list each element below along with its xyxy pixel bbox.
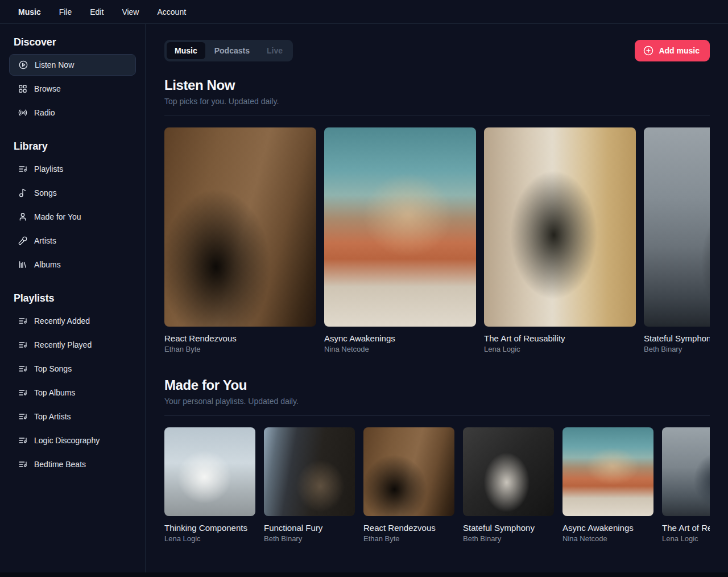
section-made-for-you: Made for You Your personal playlists. Up… [164,377,710,543]
made-for-you-row: Thinking Components Lena Logic Functiona… [164,427,710,543]
album-art[interactable] [644,127,710,327]
play-circle-icon [19,60,28,69]
sidebar-item-label: Logic Discography [34,436,100,445]
list-music-icon [18,412,27,421]
list-music-icon [18,164,27,174]
playlist-card-thinking-components[interactable]: Thinking Components Lena Logic [164,427,255,543]
playlist-card-stateful-symphony[interactable]: Stateful Symphony Beth Binary [463,427,554,543]
album-title: Async Awakenings [324,333,476,343]
sidebar-item-bedtime-beats[interactable]: Bedtime Beats [9,454,136,475]
playlist-art[interactable] [662,427,710,516]
sidebar-item-label: Artists [34,236,56,245]
album-card-async-awakenings[interactable]: Async Awakenings Nina Netcode [324,127,476,353]
sidebar-section-title: Library [9,141,136,153]
app-shell: Discover Listen Now Browse Radio [0,24,728,576]
sidebar-item-playlists[interactable]: Playlists [9,158,136,180]
sidebar-section-playlists: Playlists Recently Added Recently Played… [9,292,136,475]
list-music-icon [18,388,27,397]
sidebar-item-label: Listen Now [35,60,74,69]
playlist-card-art-of-reusability[interactable]: The Art of Reusability Lena Logic [662,427,710,543]
list-music-icon [18,436,27,445]
playlist-title: React Rendezvous [363,523,454,533]
listen-now-row: React Rendezvous Ethan Byte Async Awaken… [164,127,710,353]
section-title: Made for You [164,377,710,393]
sidebar-section-title: Playlists [9,292,136,304]
sidebar-item-label: Top Songs [34,364,72,373]
section-subtitle: Your personal playlists. Updated daily. [164,397,710,406]
sidebar-item-top-albums[interactable]: Top Albums [9,382,136,403]
playlist-art[interactable] [264,427,355,516]
playlist-card-async-awakenings[interactable]: Async Awakenings Nina Netcode [562,427,653,543]
sidebar-item-top-songs[interactable]: Top Songs [9,358,136,380]
playlist-card-react-rendezvous[interactable]: React Rendezvous Ethan Byte [363,427,454,543]
radio-icon [18,108,27,117]
menu-music[interactable]: Music [9,3,50,21]
list-music-icon [18,460,27,469]
playlist-title: The Art of Reusability [662,523,710,533]
sidebar-item-label: Albums [34,260,61,269]
tab-music[interactable]: Music [167,42,205,59]
section-listen-now: Listen Now Top picks for you. Updated da… [164,77,710,353]
playlist-art[interactable] [164,427,255,516]
menu-account[interactable]: Account [148,3,195,21]
add-music-button[interactable]: Add music [635,40,710,61]
sidebar-item-recently-played[interactable]: Recently Played [9,334,136,356]
tab-podcasts[interactable]: Podcasts [206,42,258,59]
sidebar-item-recently-added[interactable]: Recently Added [9,310,136,332]
tab-live: Live [259,42,291,59]
album-art[interactable] [164,127,316,327]
user-icon [18,212,27,221]
playlist-card-functional-fury[interactable]: Functional Fury Beth Binary [264,427,355,543]
mic-icon [18,236,27,245]
playlist-artist: Nina Netcode [562,534,653,543]
content-tabs: Music Podcasts Live [164,40,293,61]
sidebar-item-label: Made for You [34,212,81,221]
playlist-artist: Beth Binary [463,534,554,543]
menu-view[interactable]: View [113,3,148,21]
sidebar-item-logic-discography[interactable]: Logic Discography [9,430,136,451]
album-art[interactable] [324,127,476,327]
album-artist: Lena Logic [484,345,636,353]
sidebar-item-artists[interactable]: Artists [9,230,136,252]
add-music-label: Add music [659,46,700,55]
sidebar-item-label: Playlists [34,164,63,174]
sidebar-section-title: Discover [9,36,136,48]
menubar: Music File Edit View Account [0,0,728,24]
playlist-artist: Lena Logic [662,534,710,543]
list-music-icon [18,316,27,325]
menu-edit[interactable]: Edit [81,3,113,21]
album-card-stateful-symphony[interactable]: Stateful Symphony Beth Binary [644,127,710,353]
sidebar-item-label: Top Artists [34,412,71,421]
music-note-icon [18,188,27,197]
sidebar-item-listen-now[interactable]: Listen Now [9,54,136,76]
album-title: Stateful Symphony [644,333,710,343]
sidebar-item-top-artists[interactable]: Top Artists [9,406,136,427]
playlist-art[interactable] [463,427,554,516]
playlist-title: Stateful Symphony [463,523,554,533]
album-artist: Beth Binary [644,345,710,353]
album-card-art-of-reusability[interactable]: The Art of Reusability Lena Logic [484,127,636,353]
divider [164,116,710,116]
sidebar-item-albums[interactable]: Albums [9,254,136,275]
playlist-title: Functional Fury [264,523,355,533]
sidebar-item-made-for-you[interactable]: Made for You [9,206,136,228]
sidebar-item-label: Songs [34,188,57,197]
playlist-art[interactable] [562,427,653,516]
playlist-artist: Lena Logic [164,534,255,543]
sidebar-item-browse[interactable]: Browse [9,78,136,100]
sidebar-item-radio[interactable]: Radio [9,102,136,123]
playlist-artist: Ethan Byte [363,534,454,543]
album-art[interactable] [484,127,636,327]
album-title: The Art of Reusability [484,333,636,343]
layout-grid-icon [18,84,27,93]
playlist-art[interactable] [363,427,454,516]
sidebar-item-songs[interactable]: Songs [9,182,136,204]
album-artist: Nina Netcode [324,345,476,353]
sidebar-item-label: Browse [34,84,61,93]
circle-plus-icon [643,46,653,56]
playlist-title: Thinking Components [164,523,255,533]
sidebar: Discover Listen Now Browse Radio [0,24,146,576]
album-card-react-rendezvous[interactable]: React Rendezvous Ethan Byte [164,127,316,353]
list-music-icon [18,364,27,373]
menu-file[interactable]: File [50,3,81,21]
